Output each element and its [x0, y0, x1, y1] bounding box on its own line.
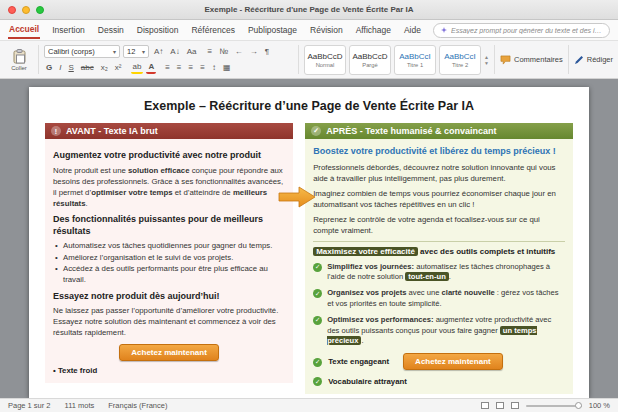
zoom-level[interactable]: 100 %	[589, 401, 610, 410]
paste-button[interactable]: Coller	[5, 43, 33, 76]
indent-decrease-icon[interactable]: ←	[233, 46, 245, 57]
before-intro: Notre produit est une solution efficace …	[53, 165, 285, 209]
bullet-list-icon[interactable]: ≡	[205, 46, 214, 57]
align-right-icon[interactable]: ≡	[187, 62, 196, 73]
ai-prompt-text: Essayez prompt pour générer du texte et …	[451, 27, 602, 34]
document-page[interactable]: Exemple – Réécriture d’une Page de Vente…	[29, 87, 589, 398]
tab-dessin[interactable]: Dessin	[97, 22, 125, 38]
font-name-select[interactable]: Calibri (corps) ▾	[44, 45, 120, 58]
check-icon: ✓	[313, 377, 322, 386]
tab-publipostage[interactable]: Publipostage	[247, 22, 298, 38]
after-footer-row: ✓ Vocabulaire attrayant	[313, 376, 565, 386]
ai-prompt-field[interactable]: Essayez prompt pour générer du texte et …	[433, 23, 610, 38]
tab-accueil[interactable]: Accueil	[8, 21, 40, 39]
style-titre-2[interactable]: AaBbCcI Titre 2	[439, 45, 481, 75]
font-size-select[interactable]: 12 ▾	[123, 45, 149, 58]
style-parge[interactable]: AaBbCcD Pargé	[349, 45, 391, 75]
check-icon: ✓	[313, 263, 322, 272]
style-normal[interactable]: AaBbCcD Normal	[304, 45, 346, 75]
view-mode-web-icon[interactable]	[511, 402, 519, 409]
check-icon: ✓	[311, 126, 321, 136]
indent-increase-icon[interactable]: →	[248, 46, 260, 57]
ribbon-separator	[38, 45, 39, 74]
word-count[interactable]: 111 mots	[65, 401, 95, 410]
after-column: ✓ APRÈS - Texte humanisé & convaincant B…	[305, 123, 573, 394]
numbered-list-icon[interactable]: №	[217, 46, 230, 57]
style-preview: AaBbCcI	[399, 52, 431, 62]
style-preview: AaBbCcD	[307, 52, 342, 62]
section-divider	[313, 241, 565, 242]
ribbon-tabbar: Accueil Insertion Dessin Disposition Réf…	[0, 20, 618, 41]
language-status[interactable]: Français (France)	[108, 401, 167, 410]
warning-icon: !	[51, 126, 61, 136]
before-heading-3: Essayez notre produit dès aujourd’hui!	[53, 291, 285, 303]
buy-now-button-before[interactable]: Achetez maintenant	[119, 344, 219, 361]
ribbon-separator	[568, 45, 569, 74]
view-mode-print-icon[interactable]	[496, 402, 504, 409]
bold-button[interactable]: G	[44, 62, 54, 73]
after-body: Boostez votre productivité et libérez du…	[305, 139, 573, 394]
close-button[interactable]	[8, 6, 16, 14]
after-verdict-1: Texte engageant	[328, 357, 389, 366]
after-header: ✓ APRÈS - Texte humanisé & convaincant	[305, 123, 573, 139]
align-left-icon[interactable]: ≡	[163, 62, 172, 73]
before-column: ! AVANT - Texte IA brut Augmentez votre …	[45, 123, 293, 394]
change-case-icon[interactable]: Aa	[185, 46, 199, 57]
after-paragraph-3: Reprenez le contrôle de votre agenda et …	[313, 214, 565, 236]
style-label: Normal	[316, 62, 335, 68]
buy-now-button-after[interactable]: Achetez maintenant	[403, 353, 503, 370]
style-preview: AaBbCcD	[352, 52, 387, 62]
tab-aide[interactable]: Aide	[403, 22, 422, 38]
chevron-down-icon: ▾	[142, 48, 145, 55]
sparkle-icon	[441, 26, 447, 34]
arrow-right-icon	[278, 185, 316, 213]
strikethrough-button[interactable]: abc	[79, 62, 96, 73]
editor-button[interactable]: Rédiger	[574, 43, 613, 76]
page-count[interactable]: Page 1 sur 2	[8, 401, 51, 410]
align-justify-icon[interactable]: ≡	[198, 62, 207, 73]
view-mode-read-icon[interactable]	[481, 402, 489, 409]
font-size-value: 12	[127, 47, 139, 56]
tab-affichage[interactable]: Affichage	[355, 22, 392, 38]
subscript-button[interactable]: x₂	[99, 62, 110, 73]
feature-item: Accédez à des outils performants pour êt…	[55, 263, 285, 286]
comment-icon	[500, 55, 511, 65]
font-color-button[interactable]: A	[146, 61, 156, 74]
style-label: Titre 2	[452, 62, 468, 68]
benefit-item: ✓ Optimisez vos performances: augmentez …	[313, 315, 565, 347]
chevron-down-icon: ▾	[113, 48, 116, 55]
benefit-item: ✓ Simplifiez vos journées: automatisez l…	[313, 262, 565, 284]
minimize-button[interactable]	[22, 6, 30, 14]
style-titre-1[interactable]: AaBbCcI Titre 1	[394, 45, 436, 75]
tab-references[interactable]: Références	[190, 22, 235, 38]
tab-insertion[interactable]: Insertion	[51, 22, 86, 38]
before-header: ! AVANT - Texte IA brut	[45, 123, 293, 139]
highlight-color-button[interactable]: ab	[131, 61, 144, 74]
tab-revision[interactable]: Révision	[309, 22, 344, 38]
borders-icon[interactable]: ▦	[221, 62, 233, 73]
document-area: Exemple – Réécriture d’une Page de Vente…	[0, 79, 618, 398]
feature-item: Automatisez vos tâches quotidiennes pour…	[55, 240, 285, 251]
after-verdict-2: Vocabulaire attrayant	[328, 377, 407, 386]
zoom-slider-knob[interactable]	[575, 402, 582, 409]
zoom-slider[interactable]	[526, 405, 582, 407]
status-bar: Page 1 sur 2 111 mots Français (France) …	[0, 398, 618, 412]
pilcrow-icon[interactable]: ¶	[263, 46, 271, 57]
tab-disposition[interactable]: Disposition	[136, 22, 180, 38]
editor-label: Rédiger	[587, 55, 613, 64]
superscript-button[interactable]: x²	[113, 62, 124, 73]
grow-font-icon[interactable]: A↑	[152, 46, 165, 57]
shrink-font-icon[interactable]: A↓	[168, 46, 181, 57]
before-outro: Ne laissez pas passer l’opportunité d’am…	[53, 305, 285, 338]
clipboard-icon	[13, 49, 26, 64]
styles-gallery-scroll[interactable]: ▲▼	[484, 54, 489, 66]
align-center-icon[interactable]: ≡	[175, 62, 184, 73]
line-spacing-icon[interactable]: ↕	[210, 62, 218, 73]
before-feature-list: Automatisez vos tâches quotidiennes pour…	[55, 240, 285, 285]
comments-button[interactable]: Commentaires	[500, 43, 563, 76]
underline-button[interactable]: S	[66, 62, 75, 73]
zoom-button[interactable]	[36, 6, 44, 14]
benefit-item: ✓ Organisez vos projets avec une clarté …	[313, 288, 565, 310]
page-title: Exemple – Réécriture d’une Page de Vente…	[45, 99, 573, 113]
italic-button[interactable]: I	[57, 62, 63, 73]
